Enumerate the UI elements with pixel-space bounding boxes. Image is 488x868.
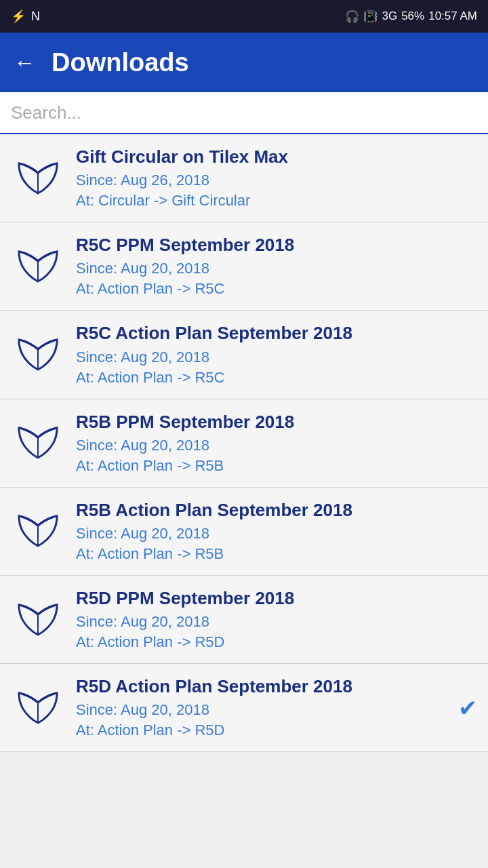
item-at: At: Action Plan -> R5B — [76, 545, 477, 563]
item-title: Gift Circular on Tilex Max — [76, 146, 477, 167]
search-input[interactable] — [11, 92, 477, 133]
signal-label: 3G — [382, 9, 397, 23]
item-at: At: Action Plan -> R5C — [76, 280, 477, 298]
item-at: At: Action Plan -> R5D — [76, 633, 477, 651]
book-icon — [11, 334, 65, 375]
list-item[interactable]: R5B PPM September 2018 Since: Aug 20, 20… — [0, 399, 488, 488]
item-at: At: Action Plan -> R5B — [76, 457, 477, 475]
item-content: R5D Action Plan September 2018 Since: Au… — [76, 676, 453, 739]
item-title: R5D PPM September 2018 — [76, 588, 477, 609]
time-label: 10:57 AM — [428, 9, 477, 23]
item-at: At: Circular -> Gift Circular — [76, 192, 477, 210]
item-since: Since: Aug 20, 2018 — [76, 260, 477, 277]
item-content: R5D PPM September 2018 Since: Aug 20, 20… — [76, 588, 477, 651]
status-right: 🎧 📳 3G 56% 10:57 AM — [345, 9, 477, 24]
page-title: Downloads — [52, 48, 189, 77]
item-since: Since: Aug 26, 2018 — [76, 172, 477, 189]
status-left: ⚡ N — [11, 9, 40, 24]
list-item[interactable]: R5C PPM September 2018 Since: Aug 20, 20… — [0, 222, 488, 311]
back-button[interactable]: ← — [14, 52, 35, 73]
search-bar — [0, 92, 488, 134]
item-content: R5B PPM September 2018 Since: Aug 20, 20… — [76, 412, 477, 475]
list-item[interactable]: R5C Action Plan September 2018 Since: Au… — [0, 311, 488, 399]
item-since: Since: Aug 20, 2018 — [76, 525, 477, 542]
headphone-icon: 🎧 — [345, 9, 359, 24]
book-icon — [11, 246, 65, 287]
vibrate-icon: 📳 — [363, 9, 378, 24]
book-icon — [11, 158, 65, 199]
item-at: At: Action Plan -> R5D — [76, 722, 453, 739]
book-icon — [11, 599, 65, 640]
item-since: Since: Aug 20, 2018 — [76, 613, 477, 631]
item-title: R5B Action Plan September 2018 — [76, 500, 477, 521]
list-item[interactable]: R5D PPM September 2018 Since: Aug 20, 20… — [0, 576, 488, 664]
item-title: R5C Action Plan September 2018 — [76, 323, 477, 344]
item-title: R5C PPM September 2018 — [76, 235, 477, 256]
download-list: Gift Circular on Tilex Max Since: Aug 26… — [0, 134, 488, 752]
item-content: R5C PPM September 2018 Since: Aug 20, 20… — [76, 235, 477, 298]
book-icon — [11, 422, 65, 463]
item-title: R5B PPM September 2018 — [76, 412, 477, 433]
item-at: At: Action Plan -> R5C — [76, 369, 477, 387]
book-icon — [11, 511, 65, 551]
battery-label: 56% — [401, 9, 424, 23]
item-content: R5C Action Plan September 2018 Since: Au… — [76, 323, 477, 386]
book-icon — [11, 688, 65, 728]
item-since: Since: Aug 20, 2018 — [76, 349, 477, 366]
list-item[interactable]: R5D Action Plan September 2018 Since: Au… — [0, 664, 488, 752]
status-bar: ⚡ N 🎧 📳 3G 56% 10:57 AM — [0, 0, 488, 33]
list-item[interactable]: Gift Circular on Tilex Max Since: Aug 26… — [0, 134, 488, 222]
app-bar: ← Downloads — [0, 33, 488, 92]
check-icon: ✔ — [458, 694, 477, 722]
notification-icon: N — [31, 9, 40, 24]
item-content: Gift Circular on Tilex Max Since: Aug 26… — [76, 146, 477, 210]
list-item[interactable]: R5B Action Plan September 2018 Since: Au… — [0, 488, 488, 576]
item-since: Since: Aug 20, 2018 — [76, 437, 477, 454]
item-since: Since: Aug 20, 2018 — [76, 701, 453, 719]
item-title: R5D Action Plan September 2018 — [76, 676, 453, 697]
usb-icon: ⚡ — [11, 9, 26, 24]
item-content: R5B Action Plan September 2018 Since: Au… — [76, 500, 477, 563]
